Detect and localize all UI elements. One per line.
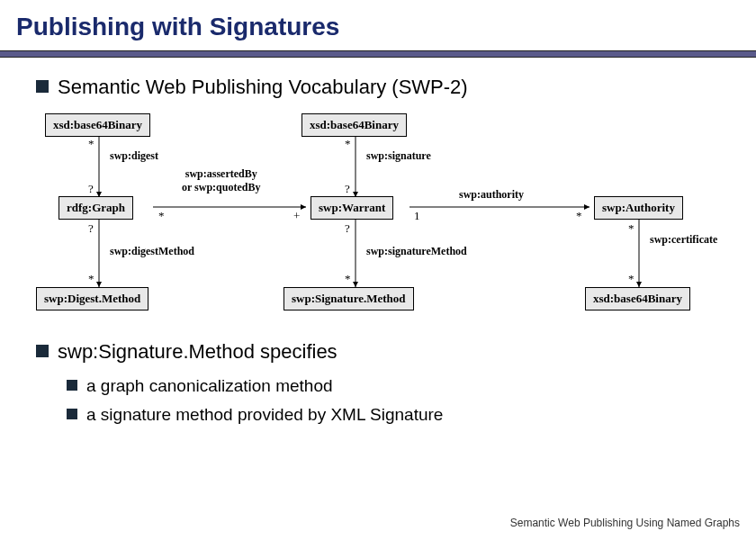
bullet-text: Semantic Web Publishing Vocabulary (SWP-… — [58, 76, 468, 99]
edge-swp-digest: swp:digest — [110, 149, 158, 163]
card-qmark: ? — [88, 182, 94, 196]
card-qmark: ? — [345, 182, 350, 196]
edge-swp-digestmethod: swp:digestMethod — [110, 245, 194, 258]
bullet-text: a signature method provided by XML Signa… — [86, 405, 443, 425]
slide-footer: Semantic Web Publishing Using Named Grap… — [510, 517, 740, 529]
edge-swp-authority: swp:authority — [459, 188, 524, 202]
card-star: * — [628, 272, 634, 286]
square-bullet-icon — [67, 409, 77, 419]
card-star: * — [88, 137, 94, 151]
card-star: * — [628, 221, 634, 236]
bullet-swp2: Semantic Web Publishing Vocabulary (SWP-… — [36, 76, 720, 99]
node-swp-digestmethod: swp:Digest.Method — [36, 287, 148, 310]
square-bullet-icon — [36, 80, 49, 93]
card-star: * — [158, 209, 165, 223]
node-swp-warrant: swp:Warrant — [310, 196, 393, 220]
bullet-text: swp:Signature.Method specifies — [58, 340, 338, 364]
edge-swp-certificate: swp:certificate — [650, 233, 717, 247]
node-xsd-base64-right: xsd:base64Binary — [585, 287, 690, 310]
card-star: * — [576, 209, 582, 223]
card-star: * — [88, 272, 94, 286]
card-star: * — [345, 272, 351, 286]
node-swp-authority: swp:Authority — [594, 196, 683, 220]
node-rdfg-graph: rdfg:Graph — [58, 196, 133, 220]
content-area: Semantic Web Publishing Vocabulary (SWP-… — [0, 76, 756, 425]
slide-title: Publishing with Signatures — [0, 0, 756, 50]
edge-asserted-quoted: swp:assertedBy or swp:quotedBy — [182, 167, 260, 194]
node-xsd-base64-mid: xsd:base64Binary — [302, 113, 407, 137]
title-rule — [0, 50, 756, 58]
swp-diagram: xsd:base64Binary rdfg:Graph swp:Digest.M… — [36, 112, 720, 319]
card-qmark: ? — [345, 221, 350, 236]
bullet-sigmethod: swp:Signature.Method specifies — [36, 340, 720, 364]
node-xsd-base64-left: xsd:base64Binary — [45, 113, 150, 137]
card-one: 1 — [414, 209, 420, 223]
card-qmark: ? — [88, 221, 94, 236]
bullet-xml-signature: a signature method provided by XML Signa… — [67, 405, 720, 425]
card-star: * — [345, 137, 351, 151]
edge-swp-signature: swp:signature — [366, 149, 431, 163]
node-swp-sigmethod: swp:Signature.Method — [284, 287, 414, 310]
bullet-text: a graph canonicalization method — [86, 376, 333, 396]
square-bullet-icon — [36, 345, 49, 357]
square-bullet-icon — [67, 380, 77, 391]
edge-swp-sigmethod: swp:signatureMethod — [366, 245, 467, 258]
bullet-canonicalization: a graph canonicalization method — [67, 376, 720, 396]
card-plus: + — [293, 209, 300, 223]
